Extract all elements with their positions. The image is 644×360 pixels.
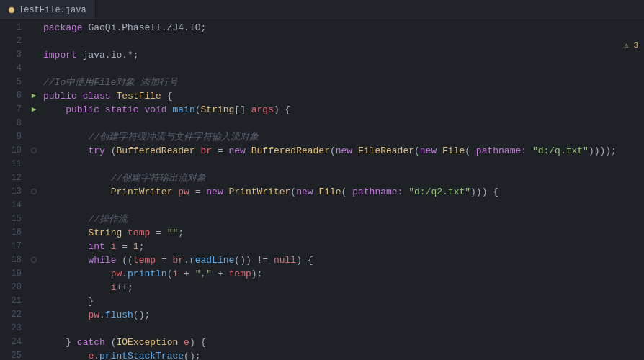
code-line: try (BufferedReader br = new BufferedRea… [43, 144, 644, 158]
gutter-item [27, 294, 40, 307]
line-numbers: 1234567891011121314151617181920212223242… [0, 20, 27, 360]
line-number: 8 [0, 117, 22, 130]
code-line: e.printStackTrace(); [43, 349, 644, 360]
code-line [43, 62, 644, 76]
gutter-item [27, 280, 40, 294]
run-arrow-icon[interactable]: ▶ [32, 91, 37, 100]
gutter-item [27, 61, 40, 75]
line-number: 4 [0, 62, 22, 76]
line-number: 17 [0, 240, 22, 253]
gutter-item [27, 157, 40, 171]
file-tab-label: TestFile.java [19, 5, 86, 15]
editor: ⚠ 3 123456789101112131415161718192021222… [0, 20, 644, 360]
line-number: 19 [0, 267, 22, 281]
code-line [43, 117, 644, 130]
breakpoint-icon[interactable] [31, 189, 37, 194]
line-number: 22 [0, 308, 22, 322]
gutter-item [27, 335, 40, 348]
gutter-item [27, 321, 40, 335]
line-number: 7 [0, 103, 22, 117]
line-number: 1 [0, 21, 22, 35]
gutter-item [27, 253, 40, 266]
gutter-item [27, 143, 40, 157]
breakpoint-icon[interactable] [31, 257, 37, 263]
gutter-item [27, 307, 40, 321]
line-number: 11 [0, 158, 22, 171]
code-line: while ((temp = br.readLine()) != null) { [43, 253, 644, 267]
gutter-item [27, 75, 40, 89]
code-line: //创建字符输出流对象 [43, 171, 644, 185]
line-number: 21 [0, 294, 22, 308]
line-number: 18 [0, 253, 22, 267]
gutter-item [27, 266, 40, 280]
breakpoint-icon[interactable] [31, 148, 37, 153]
warning-top-right: ⚠ 3 [624, 40, 638, 50]
line-number: 24 [0, 336, 22, 349]
gutter-item [27, 184, 40, 198]
gutter-item: ▶ [27, 102, 40, 116]
code-line: } [43, 294, 644, 308]
run-arrow-icon[interactable]: ▶ [32, 104, 37, 114]
code-line: pw.flush(); [43, 308, 644, 322]
code-line: public static void main(String[] args) { [43, 103, 644, 117]
code-line: PrintWriter pw = new PrintWriter(new Fil… [43, 185, 644, 199]
line-number: 10 [0, 144, 22, 158]
code-line: //Io中使用File对象 添加行号 [43, 76, 644, 89]
gutter-item [27, 239, 40, 253]
line-number: 14 [0, 199, 22, 212]
gutter-item [27, 48, 40, 61]
line-number: 6 [0, 89, 22, 103]
code-line: } catch (IOException e) { [43, 336, 644, 349]
line-number: 23 [0, 322, 22, 336]
file-tab-icon [9, 7, 14, 13]
code-line: //操作流 [43, 212, 644, 226]
line-number: 9 [0, 130, 22, 144]
code-line: int i = 1; [43, 240, 644, 253]
gutter-item [27, 171, 40, 184]
file-tab[interactable]: TestFile.java [0, 0, 96, 19]
code-line [43, 199, 644, 212]
gutter-item [27, 34, 40, 48]
gutter-item: ▶ [27, 89, 40, 102]
code-line: public class TestFile { [43, 89, 644, 103]
code-line: i++; [43, 281, 644, 294]
code-line [43, 322, 644, 336]
gutter: ▶▶ [27, 20, 40, 360]
gutter-item [27, 198, 40, 212]
code-line [43, 35, 644, 48]
gutter-item [27, 20, 40, 34]
tab-bar: TestFile.java [0, 0, 644, 20]
gutter-item [27, 348, 40, 360]
line-number: 15 [0, 212, 22, 226]
line-number: 20 [0, 281, 22, 294]
code-line: String temp = ""; [43, 226, 644, 240]
line-number: 5 [0, 76, 22, 89]
gutter-item [27, 225, 40, 239]
code-line [43, 158, 644, 171]
line-number: 13 [0, 185, 22, 199]
code-line: pw.println(i + "," + temp); [43, 267, 644, 281]
code-line: import java.io.*; [43, 48, 644, 62]
line-number: 12 [0, 171, 22, 185]
gutter-item [27, 130, 40, 143]
gutter-item [27, 116, 40, 130]
gutter-item [27, 212, 40, 225]
line-number: 16 [0, 226, 22, 240]
code-line: package GaoQi.PhaseII.ZJ4.IO; [43, 21, 644, 35]
code-area[interactable]: package GaoQi.PhaseII.ZJ4.IO;import java… [40, 20, 644, 360]
line-number: 25 [0, 349, 22, 360]
line-number: 3 [0, 48, 22, 62]
line-number: 2 [0, 35, 22, 48]
code-line: //创建字符缓冲流与文件字符输入流对象 [43, 130, 644, 144]
